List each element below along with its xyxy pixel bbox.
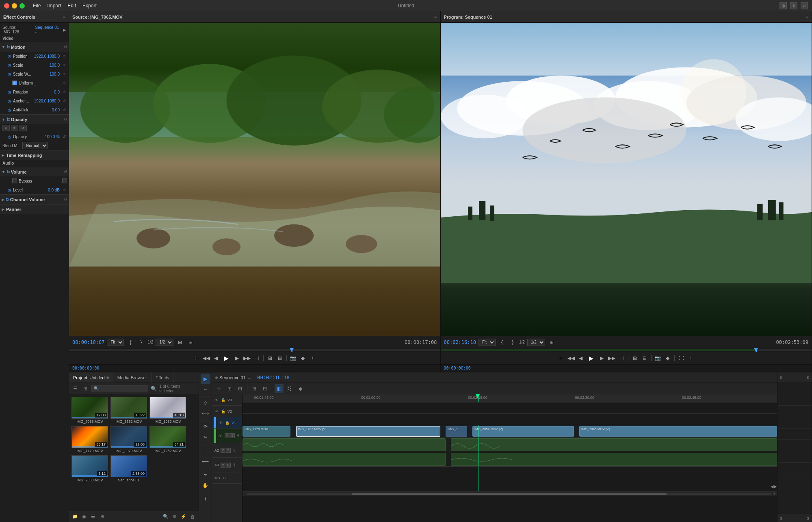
- position-stopwatch-icon[interactable]: ◷: [6, 53, 12, 59]
- project-list-view-button[interactable]: ☰: [89, 513, 97, 520]
- minimize-button[interactable]: [12, 3, 17, 9]
- anchor-y-value[interactable]: 1080.0: [47, 99, 60, 103]
- position-y-value[interactable]: 1080.0: [47, 54, 60, 59]
- opacity-value-reset-icon[interactable]: ↺: [61, 134, 67, 139]
- a1-mic-icon[interactable]: 🎙: [236, 433, 240, 439]
- source-next-frame-button[interactable]: ▶: [233, 354, 241, 362]
- program-skip-to-out-button[interactable]: ⊣: [617, 354, 626, 362]
- extract-button[interactable]: ⊟: [236, 384, 245, 393]
- bypass-value-checkbox[interactable]: [62, 178, 67, 183]
- a1-mute-button[interactable]: M: [225, 433, 230, 438]
- level-reset-icon[interactable]: ↺: [61, 187, 67, 193]
- v1-lock-icon[interactable]: 🔒: [224, 420, 230, 426]
- list-item[interactable]: 34:21 IMG_1282.MOV: [149, 426, 186, 453]
- project-settings-button[interactable]: ⚙: [171, 513, 178, 520]
- a2-mute-button[interactable]: M: [221, 448, 225, 453]
- a1-solo-button[interactable]: S: [230, 433, 235, 438]
- source-skip-to-in-button[interactable]: ⊢: [193, 354, 201, 362]
- source-fraction[interactable]: 1/2: [147, 340, 153, 344]
- anchor-reset-icon[interactable]: ↺: [61, 98, 67, 104]
- mix-next-button[interactable]: ▶: [774, 484, 777, 488]
- expand-tracks-button[interactable]: ⊞: [250, 384, 259, 393]
- list-item[interactable]: 13:22 IMG_6652.MOV: [110, 397, 147, 424]
- anchor-stopwatch-icon[interactable]: ◷: [6, 98, 12, 104]
- mix-label[interactable]: Mix: [214, 476, 221, 480]
- scale-reset-icon[interactable]: ↺: [61, 62, 67, 68]
- program-next-frame-button[interactable]: ▶: [598, 354, 606, 362]
- table-row[interactable]: [451, 453, 777, 466]
- source-play-button[interactable]: ▶: [222, 353, 232, 363]
- program-panel-menu-icon[interactable]: ≡: [806, 14, 808, 20]
- list-item[interactable]: 6:12 IMG_2080.MOV: [71, 455, 108, 482]
- scale-stopwatch-icon[interactable]: ◷: [6, 62, 12, 68]
- time-remapping-header[interactable]: ▶ Time Remapping: [0, 150, 69, 160]
- scale-width-value[interactable]: 100.0: [48, 72, 60, 76]
- list-item[interactable]: 45:13 IMG_1052.MOV: [149, 397, 186, 424]
- program-extract-button[interactable]: ⊟: [641, 354, 649, 362]
- info-s-right-button[interactable]: S: [807, 516, 809, 520]
- channel-volume-header[interactable]: ▶ fx Channel Volume ↺: [0, 194, 69, 204]
- anti-flicker-stopwatch-icon[interactable]: ◷: [6, 107, 12, 113]
- project-view-grid-button[interactable]: ⊞: [81, 385, 89, 393]
- program-play-button[interactable]: ▶: [587, 353, 596, 363]
- program-prev-frame-button[interactable]: ◀: [577, 354, 585, 362]
- opacity-section-header[interactable]: ▼ fx Opacity ↺: [0, 114, 69, 124]
- add-marker-tl-button[interactable]: ◆: [296, 384, 305, 393]
- anti-flicker-value[interactable]: 0.00: [48, 108, 60, 112]
- panel-menu-icon[interactable]: ≡: [63, 14, 65, 20]
- program-fit-select[interactable]: Fit: [479, 339, 496, 346]
- collapse-tracks-button[interactable]: ⊟: [260, 384, 269, 393]
- link-button[interactable]: ⛓: [285, 384, 294, 393]
- timeline-current-timecode[interactable]: 00:02:16:18: [257, 375, 289, 381]
- v3-eye-icon[interactable]: 👁: [214, 397, 219, 403]
- program-step-back-button[interactable]: ◀◀: [567, 354, 575, 362]
- program-step-fwd-button[interactable]: ▶▶: [608, 354, 616, 362]
- fullscreen-icon[interactable]: ⤢: [801, 2, 808, 9]
- a3-mic-icon[interactable]: 🎙: [232, 462, 237, 468]
- track-select-tool-button[interactable]: ↔: [201, 385, 210, 394]
- level-value[interactable]: 0.0 dB: [48, 188, 60, 192]
- source-prev-frame-button[interactable]: ◀: [212, 354, 220, 362]
- position-x-value[interactable]: 1920.0: [34, 54, 47, 59]
- blend-mode-select[interactable]: Normal: [22, 142, 48, 149]
- menu-file[interactable]: File: [33, 3, 41, 9]
- source-fit-select[interactable]: Fit: [107, 339, 124, 346]
- panner-header[interactable]: ▶ Panner: [0, 204, 69, 214]
- table-row[interactable]: IMG_1170.MOV...: [243, 426, 290, 437]
- project-search-input[interactable]: [91, 385, 148, 392]
- rotation-value[interactable]: 0.0: [48, 90, 60, 94]
- opacity-path-tool[interactable]: ⟳: [19, 125, 27, 131]
- list-item[interactable]: 2:53:09 Sequence 01: [110, 455, 147, 482]
- selection-tool-button[interactable]: ▶: [201, 374, 210, 384]
- source-mark-out-icon[interactable]: }: [137, 338, 145, 346]
- v3-label[interactable]: V3: [227, 398, 233, 402]
- workspace-icon[interactable]: ⊞: [780, 2, 787, 9]
- project-automate-button[interactable]: ⚡: [180, 513, 187, 520]
- share-icon[interactable]: ⇧: [790, 2, 797, 9]
- a2-mic-icon[interactable]: 🎙: [232, 448, 237, 453]
- program-more-button[interactable]: +: [687, 354, 695, 362]
- menu-export[interactable]: Export: [82, 3, 97, 9]
- position-reset-icon[interactable]: ↺: [61, 53, 67, 59]
- a2-solo-button[interactable]: S: [226, 448, 231, 453]
- v2-eye-icon[interactable]: 👁: [214, 409, 219, 414]
- table-row[interactable]: IMG_7065.MOV [V]: [579, 426, 777, 437]
- anchor-x-value[interactable]: 1920.0: [34, 99, 47, 103]
- program-mark-in-icon[interactable]: {: [498, 338, 506, 346]
- scale-value[interactable]: 100.0: [48, 63, 60, 67]
- program-timecode[interactable]: 00:02:16:18: [444, 339, 476, 345]
- opacity-pen-tool[interactable]: ✒: [11, 125, 18, 131]
- project-new-item-button[interactable]: ◉: [80, 513, 88, 520]
- project-new-bin-button[interactable]: 📁: [71, 513, 79, 520]
- opacity-stopwatch-icon[interactable]: ◷: [6, 134, 12, 139]
- tab-media-browser[interactable]: Media Browser: [113, 372, 152, 383]
- menu-edit[interactable]: Edit: [67, 3, 76, 9]
- rotation-stopwatch-icon[interactable]: ◷: [6, 89, 12, 95]
- lift-button[interactable]: ⊞: [225, 384, 234, 393]
- zoom-out-icon[interactable]: -: [244, 492, 245, 496]
- tab-effects[interactable]: Effects: [152, 372, 173, 383]
- timeline-scrollbar[interactable]: - +: [243, 491, 777, 496]
- program-fullscreen-button[interactable]: ⛶: [677, 354, 685, 362]
- level-stopwatch-icon[interactable]: ◷: [6, 187, 12, 193]
- a2-label[interactable]: A2: [214, 448, 220, 452]
